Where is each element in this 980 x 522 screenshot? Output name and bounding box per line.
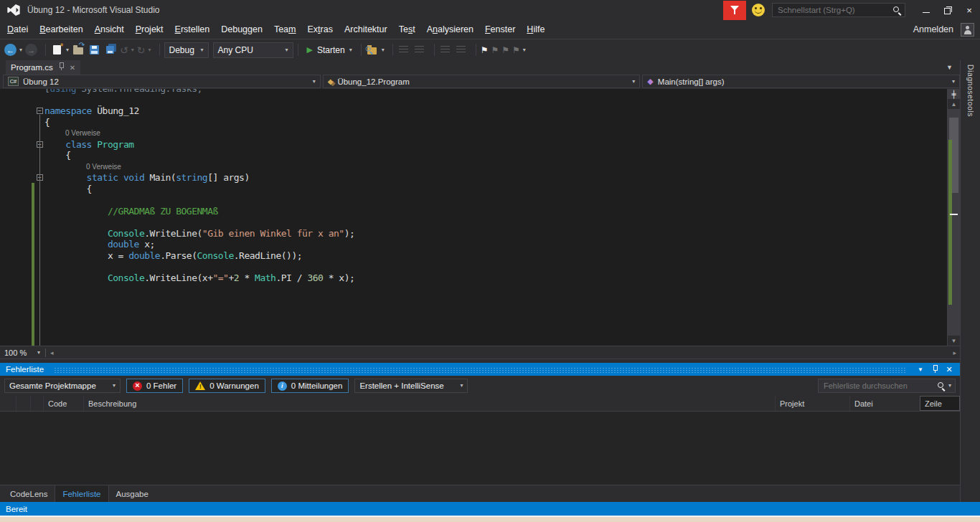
undo-dropdown-icon[interactable]: ▾ [131,47,134,53]
menu-extras[interactable]: Extras [302,20,339,39]
code-area[interactable]: [using System.Threading.Tasks;−namespace… [0,89,947,346]
fold-toggle-icon[interactable]: − [37,108,43,114]
panel-titlebar[interactable]: Fehlerliste ▼ ✕ [0,363,960,376]
project-dropdown[interactable]: C# Übung 12 ▾ [3,75,321,88]
splitter-handle-icon[interactable]: ╪ [948,89,960,99]
toolbar-overflow-icon[interactable]: ▾ [523,47,526,53]
code-column-header[interactable]: Code [43,396,83,411]
menu-fenster[interactable]: Fenster [479,20,521,39]
next-bookmark-icon[interactable]: ⚑ [501,46,509,54]
code-line: − static void Main(string[] args) [0,172,947,184]
menu-hilfe[interactable]: Hilfe [521,20,550,39]
menu-bearbeiten[interactable]: Bearbeiten [34,20,88,39]
navigation-bar: C# Übung 12 ▾ ◆ Übung_12.Program ▾ ◆ Mai… [0,75,960,89]
redo-dropdown-icon[interactable]: ▾ [149,47,151,53]
error-list-search-input[interactable] [822,381,934,391]
tab-fehlerliste[interactable]: Fehlerliste [55,485,108,502]
toolbar-overflow-icon[interactable]: ▾ [382,47,385,53]
navigate-forward-icon[interactable]: → [25,44,37,56]
member-dropdown[interactable]: ◆ Main(string[] args) ▾ [642,75,960,88]
scroll-up-icon[interactable]: ▲ [948,99,960,109]
tab-program-cs[interactable]: Program.cs ✕ [6,60,80,75]
minimize-button[interactable] [915,2,937,18]
error-list-body[interactable] [0,412,960,485]
feedback-flag-icon[interactable] [723,1,746,20]
uncomment-lines-icon[interactable] [413,44,426,57]
pin-panel-icon[interactable] [930,365,940,374]
tab-codelens[interactable]: CodeLens [3,485,55,502]
code-line: − class Program [0,139,947,151]
source-filter-dropdown[interactable]: Erstellen + IntelliSense ▾ [354,379,468,393]
warnings-filter-button[interactable]: 0 Warnungen [189,379,265,393]
navigate-back-icon[interactable]: ← [4,44,17,56]
menu-debuggen[interactable]: Debuggen [215,20,268,39]
messages-filter-button[interactable]: 0 Mitteilungen [271,379,349,393]
search-icon[interactable] [892,6,901,14]
open-file-icon[interactable] [72,44,85,57]
scrollbar-track[interactable] [948,109,960,336]
tab-ausgabe[interactable]: Ausgabe [109,485,156,502]
description-column-header[interactable]: Beschreibung [83,396,775,411]
new-file-dropdown-icon[interactable]: ▾ [66,47,69,53]
avatar-icon[interactable] [961,23,974,37]
menu-analysieren[interactable]: Analysieren [421,20,479,39]
increase-indent-icon[interactable] [455,44,468,57]
scroll-left-icon[interactable]: ◂ [48,349,56,356]
panel-menu-icon[interactable]: ▼ [915,366,925,373]
restore-button[interactable] [937,2,958,18]
file-column-header[interactable]: Datei [849,396,920,411]
save-icon[interactable] [88,44,100,57]
save-all-icon[interactable] [103,44,116,57]
quick-launch-input[interactable] [776,5,892,15]
chevron-down-icon[interactable]: ▾ [948,383,951,389]
menu-team[interactable]: Team [268,20,302,39]
vertical-scrollbar[interactable]: ╪ ▲ ▼ [947,89,960,346]
line-column-header[interactable]: Zeile [920,396,960,411]
project-column-header[interactable]: Projekt [775,396,849,411]
platform-dropdown[interactable]: Any CPU ▾ [213,42,293,58]
feedback-smiley-icon[interactable] [752,4,765,16]
signin-link[interactable]: Anmelden [913,24,953,34]
menu-projekt[interactable]: Projekt [130,20,169,39]
comment-lines-icon[interactable] [397,44,410,57]
type-dropdown[interactable]: ◆ Übung_12.Program ▾ [323,75,641,88]
empty-column-header[interactable] [16,396,30,411]
start-debug-button[interactable]: ▶ Starten ▾ [303,42,357,58]
toolbar-separator [476,44,476,56]
previous-bookmark-icon[interactable]: ⚑ [491,46,499,54]
errors-filter-button[interactable]: 0 Fehler [126,379,183,393]
menu-architektur[interactable]: Architektur [339,20,393,39]
clear-bookmarks-icon[interactable]: ⚑ [512,46,520,54]
toggle-bookmark-icon[interactable]: ⚑ [481,46,489,54]
navigate-back-dropdown-icon[interactable]: ▾ [19,47,22,53]
decrease-indent-icon[interactable] [439,44,452,57]
severity-column-header[interactable] [0,396,16,411]
scroll-right-icon[interactable]: ▸ [951,349,958,356]
warnings-count: 0 Warnungen [209,381,259,390]
scope-dropdown[interactable]: Gesamte Projektmappe ▾ [4,379,121,393]
menu-datei[interactable]: Datei [1,20,34,39]
pin-tab-icon[interactable] [58,62,65,72]
messages-count: 0 Mitteilungen [291,381,343,390]
scroll-down-icon[interactable]: ▼ [948,336,960,346]
document-tab-row: Program.cs ✕ ▼ [0,60,960,75]
horizontal-scrollbar-track[interactable] [56,346,951,359]
close-panel-icon[interactable]: ✕ [944,365,954,374]
menu-ansicht[interactable]: Ansicht [89,20,130,39]
close-tab-icon[interactable]: ✕ [70,64,75,72]
diagnostics-tools-tab[interactable]: Diagnosetools [966,65,975,502]
search-icon[interactable] [937,381,946,390]
active-files-dropdown-icon[interactable]: ▼ [946,64,953,71]
panel-drag-grip[interactable] [54,367,907,374]
menu-erstellen[interactable]: Erstellen [169,20,216,39]
close-button[interactable]: × [958,2,980,18]
find-in-files-icon[interactable] [366,44,379,57]
zoom-dropdown[interactable]: 100 % ▾ [1,347,43,359]
empty-column-header[interactable] [30,396,43,411]
undo-icon[interactable]: ↺ [120,45,128,55]
new-file-icon[interactable] [50,44,63,57]
method-icon: ◆ [647,77,653,85]
menu-test[interactable]: Test [393,20,421,39]
redo-icon[interactable]: ↻ [137,45,146,55]
configuration-dropdown[interactable]: Debug ▾ [164,42,209,58]
